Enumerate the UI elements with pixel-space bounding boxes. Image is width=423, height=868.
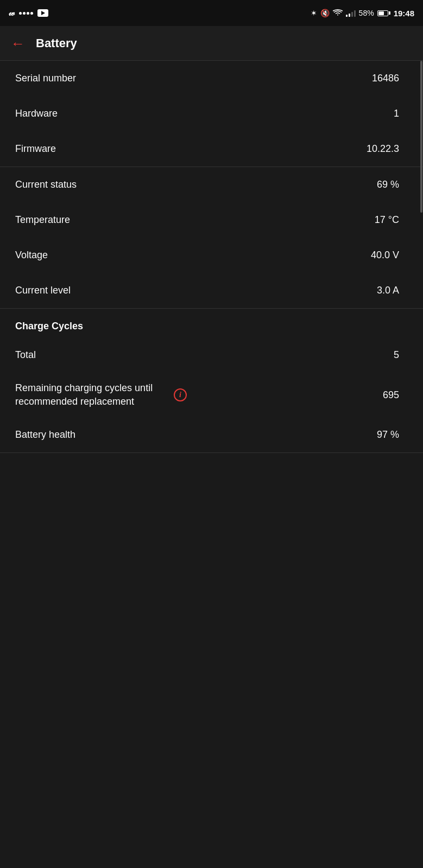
signal-icon [346, 9, 356, 17]
current-status-section: Current status 69 % Temperature 17 °C Vo… [0, 167, 423, 309]
serial-number-value: 16486 [372, 73, 410, 84]
firmware-row: Firmware 10.22.3 [0, 131, 423, 167]
firmware-value: 10.22.3 [367, 143, 410, 155]
charge-cycles-section: Charge Cycles Total 5 Remaining charging… [0, 309, 423, 453]
status-bar: 𝓌 ✶ 🔇 58% 19:48 [0, 0, 423, 26]
remaining-cycles-value: 695 [383, 390, 410, 401]
time: 19:48 [394, 9, 414, 18]
hardware-label: Hardware [15, 108, 58, 119]
mute-icon: 🔇 [320, 9, 330, 17]
page-title: Battery [36, 36, 77, 50]
app-header: ← Battery [0, 26, 423, 61]
battery-health-value: 97 % [377, 429, 410, 441]
battery-icon [377, 10, 390, 16]
current-level-row: Current level 3.0 A [0, 273, 423, 308]
remaining-cycles-row: Remaining charging cycles until recommen… [0, 373, 423, 417]
youtube-icon [37, 9, 48, 17]
voltage-label: Voltage [15, 250, 48, 261]
total-row: Total 5 [0, 337, 423, 373]
voltage-row: Voltage 40.0 V [0, 238, 423, 273]
current-status-value: 69 % [377, 179, 410, 190]
total-label: Total [15, 349, 36, 361]
charge-cycles-title: Charge Cycles [15, 321, 83, 331]
voltage-value: 40.0 V [371, 250, 410, 261]
wifi-icon [333, 9, 343, 17]
temperature-label: Temperature [15, 214, 70, 226]
empty-area [0, 453, 423, 778]
remaining-cycles-label: Remaining charging cycles until recommen… [15, 381, 167, 409]
current-level-value: 3.0 A [377, 285, 410, 296]
back-button[interactable]: ← [11, 36, 25, 50]
status-bar-right: ✶ 🔇 58% 19:48 [311, 9, 414, 18]
scrollbar-thumb[interactable] [420, 61, 422, 213]
charge-cycles-header: Charge Cycles [0, 309, 423, 337]
battery-percent: 58% [359, 9, 374, 17]
info-icon[interactable]: i [174, 388, 187, 401]
scrollbar[interactable] [420, 61, 423, 778]
grid-icon [19, 12, 33, 15]
firmware-label: Firmware [15, 143, 56, 155]
serial-number-label: Serial number [15, 73, 76, 84]
battery-health-row: Battery health 97 % [0, 417, 423, 452]
remaining-cycles-left: Remaining charging cycles until recommen… [15, 381, 383, 409]
info-icon-label: i [179, 391, 181, 399]
current-status-row: Current status 69 % [0, 167, 423, 202]
hardware-row: Hardware 1 [0, 96, 423, 131]
device-info-section: Serial number 16486 Hardware 1 Firmware … [0, 61, 423, 167]
hardware-value: 1 [394, 108, 410, 119]
w-icon: 𝓌 [9, 8, 15, 18]
content-wrapper: Serial number 16486 Hardware 1 Firmware … [0, 61, 423, 778]
temperature-row: Temperature 17 °C [0, 202, 423, 238]
total-value: 5 [394, 349, 410, 361]
current-level-label: Current level [15, 285, 71, 296]
serial-number-row: Serial number 16486 [0, 61, 423, 96]
status-bar-left: 𝓌 [9, 8, 48, 18]
temperature-value: 17 °C [375, 214, 410, 226]
bluetooth-icon: ✶ [311, 9, 317, 17]
main-content: Serial number 16486 Hardware 1 Firmware … [0, 61, 423, 778]
current-status-label: Current status [15, 179, 77, 190]
battery-health-label: Battery health [15, 429, 75, 441]
